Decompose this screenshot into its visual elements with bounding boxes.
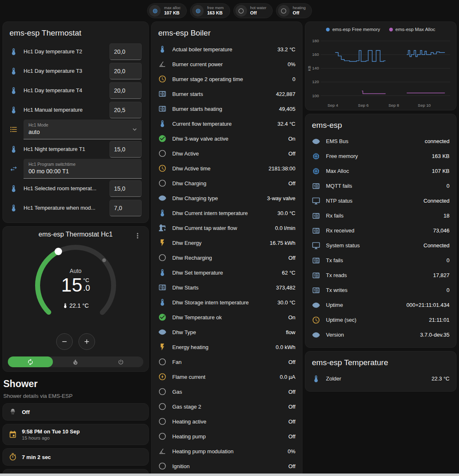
entity-row[interactable]: Zolder 22.3 °C	[312, 371, 449, 386]
dial-card-header: ems-esp Thermostat Hc1	[6, 231, 145, 242]
entity-label: Burner stage 2 operating time	[172, 76, 287, 82]
entity-row[interactable]: Tx writes 0	[312, 283, 449, 298]
entity-row[interactable]: Hc1 Manual temperature 20,5	[10, 100, 142, 120]
entity-row[interactable]: Heating active Off	[158, 414, 295, 429]
number-input[interactable]: 20,0	[109, 63, 142, 79]
emsesp-rows: EMS Bus connected Free memory 163 KB Max…	[312, 134, 449, 342]
mode-select[interactable]: Hc1 Mode auto	[24, 120, 142, 139]
entity-row[interactable]: System status Connected	[312, 238, 449, 253]
entity-row[interactable]: Dhw Recharging Off	[158, 250, 295, 265]
entity-value: 30.0 °C	[277, 299, 295, 306]
number-value: 7,0	[114, 205, 122, 211]
entity-row[interactable]: Max Alloc 107 KB	[312, 164, 449, 179]
entity-row[interactable]: MQTT fails 0	[312, 179, 449, 194]
number-input[interactable]: 15,0	[109, 180, 142, 197]
number-input[interactable]: 20,5	[109, 102, 142, 118]
number-input[interactable]: 20,0	[109, 43, 142, 60]
badge[interactable]: free mem 163 KB	[190, 3, 230, 18]
entity-row[interactable]: Fan Off	[158, 354, 295, 369]
angle-icon	[158, 60, 166, 68]
entity-row[interactable]: Dhw Charging type 3-way valve	[158, 191, 295, 206]
shower-info-card[interactable]: 7 min 2 sec	[2, 448, 149, 466]
entity-value: Connected	[423, 198, 449, 204]
hvac-mode-fire-button[interactable]	[53, 356, 98, 367]
entity-row[interactable]: Hc1 Temperature when mod... 7,0	[10, 198, 142, 218]
entity-row[interactable]: Dhw Set temperature 62 °C	[158, 265, 295, 280]
svg-text:Sep 8: Sep 8	[388, 103, 399, 108]
badge[interactable]: hot water Off	[233, 3, 273, 18]
shower-info-card[interactable]: Off	[2, 403, 149, 421]
row-icon-slot	[312, 286, 320, 294]
entity-row[interactable]: Heating pump Off	[158, 429, 295, 444]
menu-icon[interactable]	[133, 232, 142, 240]
entity-row[interactable]: Tx reads 17,827	[312, 268, 449, 283]
increase-temp-button[interactable]	[78, 333, 95, 350]
entity-row[interactable]: Actual boiler temperature 33.2 °C	[158, 42, 295, 57]
entity-row[interactable]: Dhw Temperature ok On	[158, 310, 295, 325]
entity-row[interactable]: Hc1 Program switchtime 00 mo 00:00 T1	[10, 159, 142, 179]
entity-row[interactable]: Burner starts 422,887	[158, 86, 295, 101]
entity-row[interactable]: Dhw Current tap water flow 0.0 l/min	[158, 220, 295, 235]
entity-row[interactable]: Dhw Starts 373,482	[158, 280, 295, 295]
entity-row[interactable]: Rx received 73,046	[312, 223, 449, 238]
entity-row[interactable]: Dhw Storage intern temperature 30.0 °C	[158, 295, 295, 310]
entity-row[interactable]: Uptime 000+21:11:01.434	[312, 298, 449, 313]
number-input[interactable]: 20,0	[109, 82, 142, 99]
hvac-mode-autorenew-button[interactable]	[8, 356, 53, 367]
entity-value: 0.0 l/min	[275, 225, 295, 231]
entity-row[interactable]: Dhw Energy 16.75 kWh	[158, 235, 295, 250]
badge[interactable]: heating Off	[276, 3, 312, 18]
entity-row[interactable]: Flame current 0.0 µA	[158, 369, 295, 384]
entity-row[interactable]: Dhw Active Off	[158, 146, 295, 161]
entity-row[interactable]: Gas Off	[158, 384, 295, 399]
entity-row[interactable]: Hc1 Night temperature T1 15,0	[10, 139, 142, 159]
row-icon-slot	[312, 212, 320, 220]
entity-row[interactable]: NTP status Connected	[312, 194, 449, 208]
legend-item-max-alloc[interactable]: ems-esp Max Alloc	[389, 27, 435, 32]
entity-row[interactable]: EMS Bus connected	[312, 134, 449, 149]
row-icon-slot	[10, 204, 18, 212]
entity-row[interactable]: Hc1 Mode auto	[10, 120, 142, 139]
entity-row[interactable]: Hc1 Day temperature T3 20,0	[10, 61, 142, 81]
entity-label: Dhw Active time	[172, 165, 263, 172]
entity-row[interactable]: Dhw Current intern temperature 30.0 °C	[158, 206, 295, 220]
entity-row[interactable]: Dhw 3-way valve active On	[158, 131, 295, 146]
entity-row[interactable]: Hc1 Day temperature T2 20,0	[10, 42, 142, 61]
entity-row[interactable]: Gas stage 2 Off	[158, 399, 295, 414]
entity-row[interactable]: Dhw Charging Off	[158, 176, 295, 191]
entity-row[interactable]: Burner current power 0%	[158, 57, 295, 72]
svg-text:140: 140	[312, 66, 319, 70]
entity-row[interactable]: Free memory 163 KB	[312, 149, 449, 164]
entity-row[interactable]: Current flow temperature 32.4 °C	[158, 116, 295, 131]
entity-value: Off	[288, 255, 295, 261]
entity-row[interactable]: Dhw Type flow	[158, 325, 295, 340]
hvac-mode-power-button[interactable]	[98, 356, 143, 367]
entity-row[interactable]: Hc1 Day temperature T4 20,0	[10, 81, 142, 100]
entity-row[interactable]: Tx fails 0	[312, 253, 449, 268]
entity-row[interactable]: Burner starts heating 49,405	[158, 101, 295, 116]
entity-row[interactable]: Uptime (sec) 21:11:01	[312, 313, 449, 328]
entity-row[interactable]: Dhw Active time 2181:38:00	[158, 161, 295, 176]
thermostat-dial[interactable]: Auto 15 °C .0 22.1 °C	[30, 244, 121, 331]
badge-text: heating Off	[293, 6, 306, 16]
column-right: ems-esp Free memory ems-esp Max Alloc 18…	[305, 22, 457, 392]
badge[interactable]: max alloc 107 KB	[147, 3, 187, 18]
entity-row[interactable]: Rx fails 18	[312, 208, 449, 223]
shower-info-value: 9:58 PM on Tue 10 Sep	[22, 428, 80, 435]
text-field[interactable]: Hc1 Program switchtime 00 mo 00:00 T1	[24, 159, 142, 179]
entity-row[interactable]: Ignition Off	[158, 459, 295, 474]
row-icon-slot	[312, 167, 320, 175]
entity-row[interactable]: Energy heating 0.0 kWh	[158, 340, 295, 354]
number-input[interactable]: 7,0	[109, 200, 142, 216]
entity-row[interactable]: Version 3.7.0-dev.35	[312, 328, 449, 342]
thermometer-icon	[158, 268, 166, 277]
dial-handle[interactable]	[55, 248, 62, 255]
entity-row[interactable]: Heating pump modulation 0%	[158, 444, 295, 459]
entity-row[interactable]: Hc1 Selected room temperat... 15,0	[10, 179, 142, 198]
entity-row[interactable]: Burner stage 2 operating time 0	[158, 72, 295, 86]
decrease-temp-button[interactable]	[56, 333, 73, 350]
legend-item-free-memory[interactable]: ems-esp Free memory	[326, 27, 380, 32]
shower-info-card[interactable]: 9:58 PM on Tue 10 Sep 15 hours ago	[2, 424, 149, 445]
shower-info-value: 7 min 2 sec	[22, 454, 51, 460]
number-input[interactable]: 15,0	[109, 141, 142, 158]
